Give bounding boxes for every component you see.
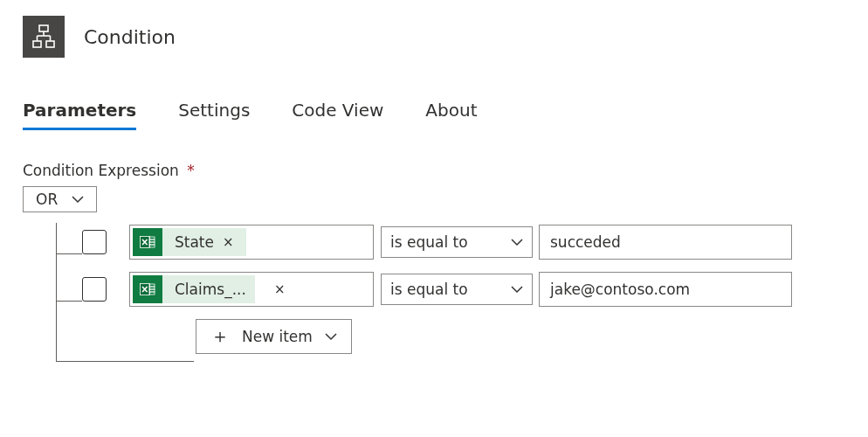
chevron-down-icon <box>325 332 337 341</box>
chevron-down-icon <box>72 195 84 204</box>
token-label: Claims_... <box>175 281 251 298</box>
value-input[interactable]: succeded <box>539 225 792 260</box>
value-text: succeded <box>550 233 621 251</box>
required-indicator: * <box>187 162 195 179</box>
section-label-text: Condition Expression <box>23 162 179 179</box>
svg-rect-2 <box>46 41 54 47</box>
svg-rect-0 <box>39 25 48 31</box>
plus-icon: ＋ <box>210 327 230 346</box>
value-text: jake@contoso.com <box>550 281 690 298</box>
token-remove-button[interactable]: × <box>271 281 289 297</box>
token-remove-button[interactable]: × <box>219 234 238 250</box>
operator-dropdown[interactable]: is equal to <box>381 274 533 305</box>
chevron-down-icon <box>511 238 523 246</box>
value-input[interactable]: jake@contoso.com <box>539 272 792 307</box>
tab-settings[interactable]: Settings <box>178 100 250 130</box>
card-header: Condition <box>23 16 845 58</box>
excel-icon <box>133 275 162 303</box>
row-checkbox[interactable] <box>82 230 107 254</box>
operator-dropdown[interactable]: is equal to <box>381 226 533 258</box>
condition-icon <box>23 16 65 58</box>
card-title: Condition <box>84 26 176 48</box>
tab-parameters[interactable]: Parameters <box>23 100 136 130</box>
group-operator-dropdown[interactable]: OR <box>23 186 97 212</box>
operator-value: is equal to <box>390 233 468 251</box>
operator-value: is equal to <box>390 281 468 298</box>
left-operand-field[interactable]: Claims_... × <box>129 272 374 307</box>
new-item-label: New item <box>242 328 313 345</box>
chevron-down-icon <box>511 285 523 294</box>
tab-code-view[interactable]: Code View <box>292 100 383 130</box>
dynamic-content-token: State × <box>133 228 246 256</box>
new-item-button[interactable]: ＋ New item <box>196 319 352 354</box>
excel-icon <box>133 228 162 256</box>
condition-row: Claims_... × is equal to jake@contoso.co… <box>82 272 845 307</box>
tab-bar: Parameters Settings Code View About <box>23 100 845 130</box>
condition-row: State × is equal to succeded <box>82 225 845 260</box>
section-label: Condition Expression * <box>23 162 845 179</box>
group-operator-value: OR <box>36 191 58 208</box>
left-operand-field[interactable]: State × <box>129 225 374 260</box>
token-label: State <box>175 233 219 251</box>
tab-about[interactable]: About <box>425 100 477 130</box>
svg-rect-1 <box>33 41 41 47</box>
row-checkbox[interactable] <box>82 277 107 302</box>
dynamic-content-token: Claims_... <box>133 275 255 303</box>
